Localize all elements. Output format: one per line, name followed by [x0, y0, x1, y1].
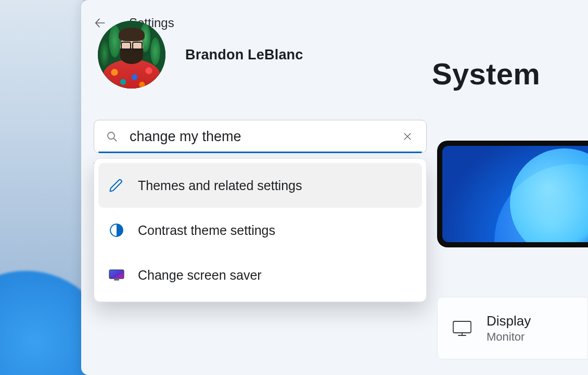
left-pane: Brandon LeBlanc [81, 0, 435, 375]
display-card-text: Display Monitor [487, 313, 531, 344]
suggestion-label: Themes and related settings [138, 178, 302, 193]
suggestion-label: Change screen saver [138, 268, 262, 283]
search-suggestions: Themes and related settings Contrast the… [94, 158, 427, 302]
desktop-background [0, 0, 83, 375]
search-area: Themes and related settings Contrast the… [94, 120, 432, 302]
close-icon [402, 131, 413, 142]
account-name: Brandon LeBlanc [185, 47, 303, 63]
svg-rect-8 [453, 321, 471, 333]
account-block[interactable]: Brandon LeBlanc [98, 21, 423, 89]
suggestion-label: Contrast theme settings [138, 223, 275, 238]
display-settings-card[interactable]: Display Monitor [437, 297, 588, 359]
svg-rect-7 [114, 279, 119, 281]
search-focus-underline [98, 152, 422, 153]
pen-icon [108, 177, 125, 194]
suggestion-screensaver[interactable]: Change screen saver [98, 253, 422, 297]
display-icon [451, 319, 473, 337]
contrast-icon [108, 221, 125, 239]
monitor-icon [108, 266, 125, 284]
avatar [98, 21, 165, 89]
page-title: System [432, 56, 540, 91]
svg-line-2 [113, 138, 116, 141]
search-input[interactable] [130, 129, 387, 145]
search-icon [106, 130, 118, 143]
display-card-subtitle: Monitor [487, 330, 531, 344]
wallpaper-preview [442, 146, 588, 242]
content-pane: System Display Monitor [432, 0, 588, 375]
settings-window: Settings Brandon LeBlanc [81, 0, 588, 375]
clear-search-button[interactable] [398, 127, 417, 146]
search-box[interactable] [94, 120, 427, 153]
suggestion-themes[interactable]: Themes and related settings [98, 163, 422, 208]
suggestion-contrast[interactable]: Contrast theme settings [98, 208, 422, 253]
svg-rect-6 [109, 270, 124, 279]
device-preview[interactable] [437, 141, 588, 247]
display-card-title: Display [487, 313, 531, 329]
